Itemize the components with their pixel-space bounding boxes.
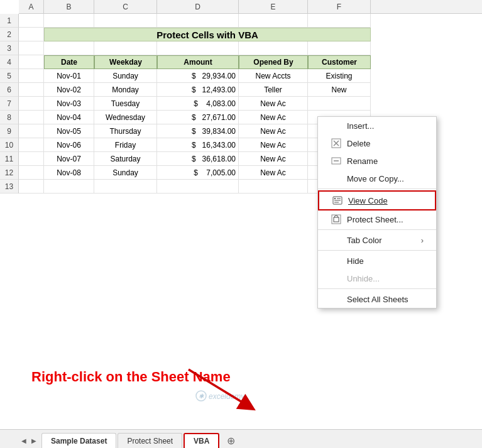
tab-protect-sheet[interactable]: Protect Sheet	[118, 433, 182, 448]
cell-12a[interactable]	[19, 166, 44, 180]
cell-3f[interactable]	[308, 41, 371, 55]
cell-3d[interactable]	[157, 41, 239, 55]
cell-openedby-9[interactable]: New Ac	[239, 124, 308, 138]
cell-8a[interactable]	[19, 111, 44, 124]
menu-item-tab-color[interactable]: Tab Color ›	[318, 231, 436, 249]
cell-3a[interactable]	[19, 41, 44, 55]
add-sheet-button[interactable]: ⊕	[223, 433, 238, 448]
row-num: 2	[0, 28, 19, 41]
row-num: 7	[0, 97, 19, 111]
cell-date-9[interactable]: Nov-05	[44, 124, 94, 138]
scroll-left-icon[interactable]: ◀	[19, 433, 29, 448]
cell-weekday-9[interactable]: Thursday	[94, 124, 157, 138]
cell-weekday-10[interactable]: Friday	[94, 138, 157, 152]
svg-point-11	[334, 198, 336, 199]
col-header-c: C	[94, 0, 157, 13]
menu-item-insert[interactable]: Insert...	[318, 117, 436, 134]
cell-1f[interactable]	[308, 14, 371, 28]
tab-color-icon	[331, 234, 342, 246]
cell-amount-7[interactable]: $ 4,083.00	[157, 97, 239, 111]
table-row: 2 Protect Cells with VBA	[0, 28, 482, 41]
cell-6a[interactable]	[19, 83, 44, 97]
cell-2a[interactable]	[19, 28, 44, 41]
cell-3e[interactable]	[239, 41, 308, 55]
submenu-arrow-icon: ›	[421, 236, 424, 245]
cell-13a[interactable]	[19, 180, 44, 194]
cell-1a[interactable]	[19, 14, 44, 28]
menu-item-protect-sheet[interactable]: Protect Sheet...	[318, 210, 436, 228]
cell-13c[interactable]	[94, 180, 157, 194]
cell-amount-6[interactable]: $ 12,493.00	[157, 83, 239, 97]
cell-1c[interactable]	[94, 14, 157, 28]
col-header-d: D	[157, 0, 239, 13]
cell-date-7[interactable]: Nov-03	[44, 97, 94, 111]
cell-date-5[interactable]: Nov-01	[44, 69, 94, 83]
cell-weekday-6[interactable]: Monday	[94, 83, 157, 97]
cell-amount-9[interactable]: $ 39,834.00	[157, 124, 239, 138]
cell-customer-5[interactable]: Existing	[308, 69, 371, 83]
table-row: 5 Nov-01 Sunday $ 29,934.00 New Accts Ex…	[0, 69, 482, 83]
menu-item-rename[interactable]: Rename	[318, 152, 436, 170]
tab-sample-dataset[interactable]: Sample Dataset	[41, 433, 116, 448]
cell-openedby-11[interactable]: New Ac	[239, 152, 308, 166]
menu-item-select-all-sheets[interactable]: Select All Sheets	[318, 290, 436, 308]
rename-icon	[331, 155, 342, 167]
cell-1e[interactable]	[239, 14, 308, 28]
cell-openedby-6[interactable]: Teller	[239, 83, 308, 97]
menu-separator-3	[318, 250, 436, 251]
cell-13e[interactable]	[239, 180, 308, 194]
cell-date-11[interactable]: Nov-07	[44, 152, 94, 166]
menu-item-view-code[interactable]: View Code	[318, 190, 436, 210]
col-header-a: A	[19, 0, 44, 13]
cell-amount-8[interactable]: $ 27,671.00	[157, 111, 239, 124]
cell-9a[interactable]	[19, 124, 44, 138]
svg-rect-15	[332, 215, 341, 224]
cell-date-8[interactable]: Nov-04	[44, 111, 94, 124]
cell-amount-11[interactable]: $ 36,618.00	[157, 152, 239, 166]
cell-4a[interactable]	[19, 55, 44, 69]
cell-7a[interactable]	[19, 97, 44, 111]
cell-date-12[interactable]: Nov-08	[44, 166, 94, 180]
tab-vba[interactable]: VBA	[183, 433, 219, 448]
svg-rect-16	[334, 217, 339, 222]
row-num: 5	[0, 69, 19, 83]
cell-openedby-12[interactable]: New Ac	[239, 166, 308, 180]
cell-11a[interactable]	[19, 152, 44, 166]
cell-customer-7[interactable]	[308, 97, 371, 111]
view-code-icon	[332, 195, 343, 206]
cell-date-6[interactable]: Nov-02	[44, 83, 94, 97]
scroll-right-icon[interactable]: ▶	[29, 433, 39, 448]
cell-13b[interactable]	[44, 180, 94, 194]
cell-1d[interactable]	[157, 14, 239, 28]
cell-openedby-7[interactable]: New Ac	[239, 97, 308, 111]
cell-weekday-12[interactable]: Sunday	[94, 166, 157, 180]
cell-13d[interactable]	[157, 180, 239, 194]
cell-amount-5[interactable]: $ 29,934.00	[157, 69, 239, 83]
cell-amount-12[interactable]: $ 7,005.00	[157, 166, 239, 180]
cell-10a[interactable]	[19, 138, 44, 152]
cell-openedby-8[interactable]: New Ac	[239, 111, 308, 124]
cell-3c[interactable]	[94, 41, 157, 55]
cell-customer-6[interactable]: New	[308, 83, 371, 97]
cell-amount-10[interactable]: $ 16,343.00	[157, 138, 239, 152]
cell-openedby-5[interactable]: New Accts	[239, 69, 308, 83]
cell-1b[interactable]	[44, 14, 94, 28]
cell-3b[interactable]	[44, 41, 94, 55]
cell-openedby-10[interactable]: New Ac	[239, 138, 308, 152]
row-num: 3	[0, 41, 19, 55]
row-num: 8	[0, 111, 19, 124]
title-cell: Protect Cells with VBA	[44, 28, 371, 41]
menu-item-delete[interactable]: Delete	[318, 134, 436, 152]
cell-date-10[interactable]: Nov-06	[44, 138, 94, 152]
table-row: 7 Nov-03 Tuesday $ 4,083.00 New Ac	[0, 97, 482, 111]
cell-weekday-5[interactable]: Sunday	[94, 69, 157, 83]
cell-weekday-8[interactable]: Wednesday	[94, 111, 157, 124]
col-header-e: E	[239, 0, 308, 13]
cell-weekday-7[interactable]: Tuesday	[94, 97, 157, 111]
table-row: 4 Date Weekday Amount Opened By Customer	[0, 55, 482, 69]
menu-separator-2	[318, 229, 436, 230]
menu-item-move-copy[interactable]: Move or Copy...	[318, 170, 436, 187]
cell-weekday-11[interactable]: Saturday	[94, 152, 157, 166]
menu-item-hide[interactable]: Hide	[318, 252, 436, 270]
cell-5a[interactable]	[19, 69, 44, 83]
